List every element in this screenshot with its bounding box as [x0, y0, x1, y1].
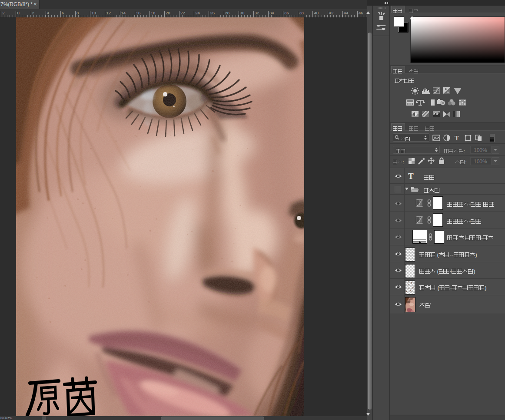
svg-text:T: T [455, 135, 459, 142]
